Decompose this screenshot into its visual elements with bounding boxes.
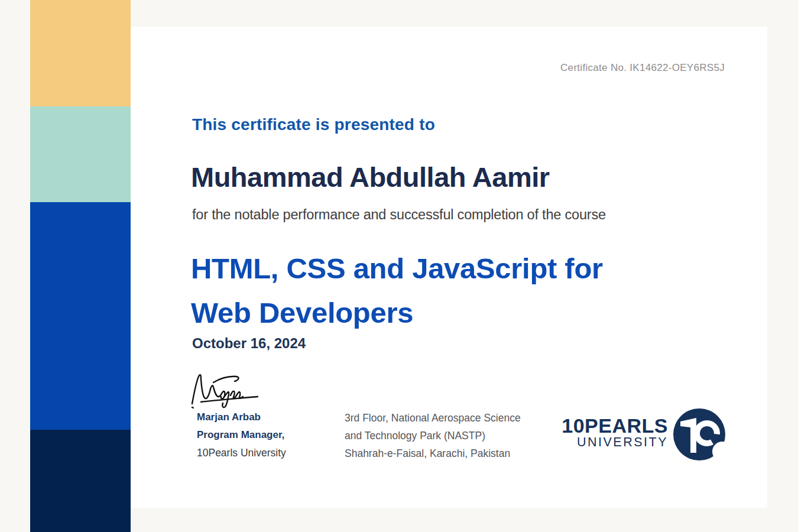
address-line2: and Technology Park (NASTP) [345,427,521,445]
logo-wordmark: 10PEARLS [562,416,668,435]
subtitle-line: for the notable performance and successf… [192,207,606,223]
signatory-org: 10Pearls University [197,444,286,462]
course-title-line1: HTML, CSS and JavaScript for [191,246,603,291]
signatory-block: Marjan Arbab Program Manager, 10Pearls U… [197,408,286,462]
address-block: 3rd Floor, National Aerospace Science an… [345,409,521,462]
course-title-line2: Web Developers [191,291,603,335]
certificate-number: Certificate No. IK14622-OEY6RS5J [560,62,725,74]
logo-wordmark-block: 10PEARLS UNIVERSITY [562,408,668,449]
university-logo: 10PEARLS UNIVERSITY [562,408,726,461]
address-line3: Shahrah-e-Faisal, Karachi, Pakistan [345,445,521,462]
signatory-name: Marjan Arbab [197,408,286,426]
certificate-page: { "certificate": { "number_label": "Cert… [0,0,798,532]
course-title: HTML, CSS and JavaScript for Web Develop… [191,246,603,335]
logo-badge-icon [673,408,726,461]
signatory-title: Program Manager, [197,426,286,444]
issue-date: October 16, 2024 [192,335,306,352]
recipient-name: Muhammad Abdullah Aamir [191,161,550,193]
accent-color-bar [30,0,131,532]
logo-subtext: UNIVERSITY [577,435,668,449]
bar-segment-orange [30,0,131,106]
bar-segment-blue [30,202,131,430]
certificate-card: Certificate No. IK14622-OEY6RS5J This ce… [95,27,767,508]
signature-icon [188,371,283,411]
bar-segment-teal [30,106,131,202]
intro-line: This certificate is presented to [192,115,435,134]
bar-segment-navy [30,430,131,532]
address-line1: 3rd Floor, National Aerospace Science [345,409,521,427]
